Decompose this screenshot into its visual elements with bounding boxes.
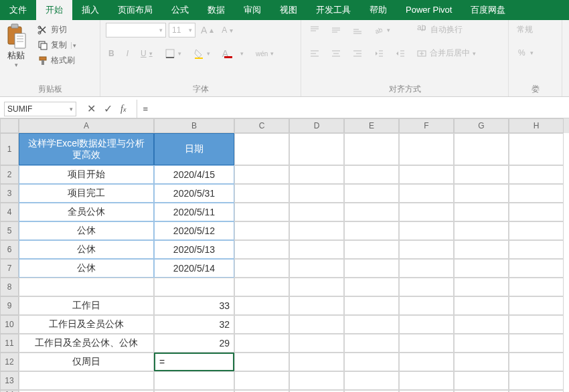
align-top-icon[interactable] [307, 23, 323, 37]
merge-button[interactable]: 合并后居中▾ [414, 46, 479, 60]
cell[interactable] [289, 221, 344, 240]
cell[interactable] [289, 259, 344, 278]
cell[interactable] [289, 315, 344, 334]
cell[interactable] [19, 371, 154, 390]
cell[interactable] [509, 184, 564, 203]
select-all-corner[interactable] [0, 118, 19, 133]
indent-dec-icon[interactable] [371, 47, 387, 60]
row-header[interactable]: 3 [0, 184, 19, 203]
align-left-icon[interactable] [307, 47, 323, 60]
cell[interactable] [399, 165, 454, 184]
cell[interactable] [344, 184, 399, 203]
row-header[interactable]: 7 [0, 259, 19, 278]
cell[interactable] [509, 315, 564, 334]
row-header[interactable]: 10 [0, 315, 19, 334]
cell[interactable] [289, 278, 344, 296]
cell[interactable] [234, 133, 289, 165]
col-header-G[interactable]: G [454, 118, 509, 133]
col-header-H[interactable]: H [509, 118, 564, 133]
cell[interactable]: 工作日及全员公休 [19, 315, 154, 334]
cell[interactable]: 2020/5/31 [154, 184, 234, 203]
cell[interactable]: 工作日及全员公休、公休 [19, 334, 154, 353]
cell[interactable] [289, 184, 344, 203]
cell[interactable] [399, 296, 454, 315]
cell[interactable]: 2020/4/15 [154, 165, 234, 184]
cell[interactable] [509, 259, 564, 278]
row-header[interactable]: 6 [0, 240, 19, 259]
cell[interactable] [234, 259, 289, 278]
cell[interactable] [509, 353, 564, 371]
font-size-select[interactable]: 11▾ [169, 23, 195, 37]
cell[interactable] [344, 296, 399, 315]
formatpainter-button[interactable]: 格式刷 [35, 54, 79, 68]
cell[interactable] [289, 203, 344, 221]
font-color-button[interactable]: A▾ [220, 47, 246, 60]
currency-icon[interactable]: %▾ [514, 46, 536, 60]
tab-powerpivot[interactable]: Power Pivot [396, 0, 461, 20]
cell[interactable]: 2020/5/14 [154, 259, 234, 278]
col-header-C[interactable]: C [234, 118, 289, 133]
cut-button[interactable]: 剪切 [35, 23, 79, 37]
cell[interactable] [344, 259, 399, 278]
paste-icon[interactable] [5, 23, 27, 50]
tab-layout[interactable]: 页面布局 [108, 0, 162, 20]
row-header[interactable]: 9 [0, 296, 19, 315]
cell[interactable] [509, 278, 564, 296]
cell[interactable]: 2020/5/12 [154, 221, 234, 240]
cell[interactable] [289, 371, 344, 390]
cell[interactable] [289, 296, 344, 315]
phonetic-button[interactable]: wén▾ [253, 49, 276, 59]
cell[interactable] [454, 165, 509, 184]
cell[interactable]: 项目完工 [19, 184, 154, 203]
col-header-F[interactable]: F [399, 118, 454, 133]
cell[interactable] [289, 240, 344, 259]
cell[interactable] [454, 133, 509, 165]
cell[interactable] [399, 278, 454, 296]
cell[interactable]: 工作日 [19, 296, 154, 315]
formula-input[interactable]: = [137, 100, 569, 118]
cell[interactable] [454, 296, 509, 315]
cell[interactable] [399, 240, 454, 259]
cell[interactable] [234, 353, 289, 371]
row-header[interactable]: 5 [0, 221, 19, 240]
cell[interactable] [344, 278, 399, 296]
border-button[interactable]: ▾ [162, 47, 184, 60]
cell[interactable] [344, 240, 399, 259]
cell[interactable]: 33 [154, 296, 234, 315]
row-header[interactable]: 11 [0, 334, 19, 353]
cell[interactable]: 项目开始 [19, 165, 154, 184]
tab-data[interactable]: 数据 [198, 0, 234, 20]
cell[interactable] [234, 203, 289, 221]
cell[interactable] [289, 165, 344, 184]
tab-file[interactable]: 文件 [0, 0, 36, 20]
cell[interactable] [509, 371, 564, 390]
cell[interactable] [454, 184, 509, 203]
col-header-E[interactable]: E [344, 118, 399, 133]
cell[interactable]: 32 [154, 315, 234, 334]
cell[interactable] [289, 353, 344, 371]
cell[interactable] [399, 203, 454, 221]
enter-icon[interactable]: ✓ [104, 102, 112, 115]
cell[interactable] [234, 334, 289, 353]
cell[interactable] [454, 240, 509, 259]
row-header[interactable]: 12 [0, 353, 19, 371]
cell[interactable] [344, 133, 399, 165]
cell[interactable] [454, 259, 509, 278]
cell[interactable] [454, 353, 509, 371]
cell[interactable] [509, 165, 564, 184]
tab-dev[interactable]: 开发工具 [307, 0, 360, 20]
row-header[interactable]: 13 [0, 371, 19, 390]
cell[interactable] [454, 203, 509, 221]
fx-icon[interactable]: fx [120, 104, 126, 114]
copy-button[interactable]: 复制 ▾ [35, 38, 79, 52]
tab-formulas[interactable]: 公式 [162, 0, 198, 20]
cell[interactable] [234, 296, 289, 315]
align-middle-icon[interactable] [328, 23, 344, 37]
cell[interactable] [454, 371, 509, 390]
cell[interactable] [509, 221, 564, 240]
cell[interactable] [509, 133, 564, 165]
align-right-icon[interactable] [349, 47, 365, 60]
col-header-D[interactable]: D [289, 118, 344, 133]
increase-font-icon[interactable]: A▴ [198, 23, 216, 37]
cell[interactable] [234, 371, 289, 390]
